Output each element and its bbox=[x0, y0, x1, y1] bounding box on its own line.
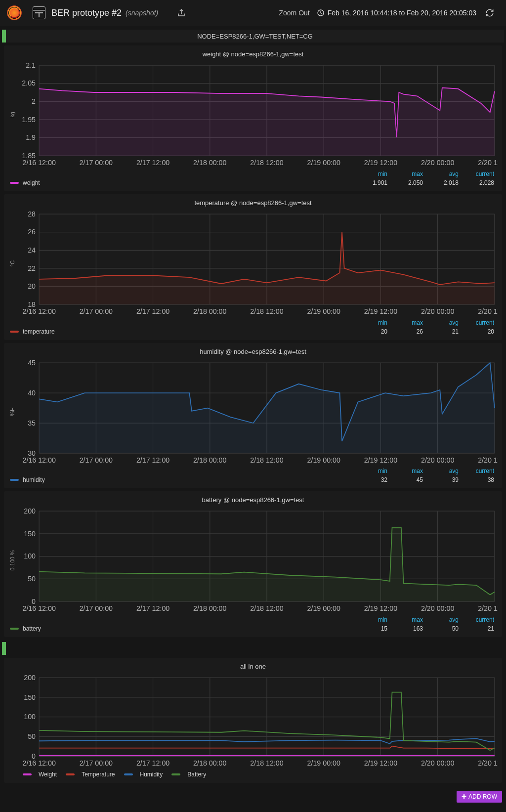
dashboard-icon[interactable] bbox=[33, 6, 45, 19]
row-header-2 bbox=[2, 642, 504, 655]
legend-swatch bbox=[10, 479, 19, 481]
legend-swatch bbox=[66, 773, 75, 775]
panel-title[interactable]: temperature @ node=esp8266-1,gw=test bbox=[8, 199, 498, 207]
stats-header: min max avg current bbox=[8, 319, 494, 326]
panel-title[interactable]: humidity @ node=esp8266-1,gw=test bbox=[8, 348, 498, 355]
chart-svg[interactable]: 1820222426282/16 12:002/17 00:002/17 12:… bbox=[17, 211, 498, 316]
svg-text:2/20 12:00: 2/20 12:00 bbox=[478, 759, 498, 767]
svg-text:2/20 00:00: 2/20 00:00 bbox=[421, 456, 454, 464]
svg-text:200: 200 bbox=[24, 508, 36, 515]
chart-svg[interactable]: 0501001502002/16 12:002/17 00:002/17 12:… bbox=[17, 508, 498, 613]
svg-text:2/18 12:00: 2/18 12:00 bbox=[250, 759, 283, 767]
legend-values: 15 163 50 21 bbox=[364, 625, 494, 632]
svg-text:2/19 00:00: 2/19 00:00 bbox=[307, 759, 340, 767]
svg-text:2/20 00:00: 2/20 00:00 bbox=[421, 604, 454, 612]
svg-text:2/19 12:00: 2/19 12:00 bbox=[364, 307, 397, 315]
svg-text:2/16 12:00: 2/16 12:00 bbox=[22, 604, 55, 612]
svg-text:2/20 12:00: 2/20 12:00 bbox=[478, 307, 498, 315]
plus-icon: ✚ bbox=[462, 793, 466, 800]
svg-text:2/17 00:00: 2/17 00:00 bbox=[80, 159, 113, 167]
legend-row[interactable]: humidity 32 45 39 38 bbox=[8, 475, 498, 483]
svg-text:2/20 12:00: 2/20 12:00 bbox=[478, 456, 498, 464]
legend-swatch bbox=[10, 331, 19, 333]
legend-label: battery bbox=[23, 625, 41, 632]
svg-text:2/17 00:00: 2/17 00:00 bbox=[80, 604, 113, 612]
legend-item[interactable]: Weight bbox=[23, 771, 57, 778]
svg-text:2.1: 2.1 bbox=[26, 62, 36, 69]
chart-svg[interactable]: 303540452/16 12:002/17 00:002/17 12:002/… bbox=[17, 359, 498, 465]
svg-text:2: 2 bbox=[32, 97, 36, 105]
svg-text:2/19 12:00: 2/19 12:00 bbox=[364, 456, 397, 464]
svg-text:50: 50 bbox=[28, 575, 36, 583]
panel-weight: weight @ node=esp8266-1,gw=test kg 1.851… bbox=[4, 45, 502, 191]
row-header: NODE=ESP8266-1,GW=TEST,NET=CG bbox=[2, 30, 504, 43]
legend-item[interactable]: Battery bbox=[171, 771, 206, 778]
y-axis-label: °C bbox=[8, 211, 17, 316]
panel-title[interactable]: all in one bbox=[8, 663, 498, 670]
svg-text:2/17 12:00: 2/17 12:00 bbox=[136, 456, 169, 464]
svg-text:22: 22 bbox=[28, 264, 36, 272]
svg-text:28: 28 bbox=[28, 211, 36, 218]
legend-label: temperature bbox=[23, 328, 55, 335]
svg-text:2/19 12:00: 2/19 12:00 bbox=[364, 759, 397, 767]
legend-label: Temperature bbox=[82, 771, 115, 778]
svg-text:2/19 12:00: 2/19 12:00 bbox=[364, 159, 397, 167]
svg-text:2/17 12:00: 2/17 12:00 bbox=[136, 307, 169, 315]
row-title[interactable]: NODE=ESP8266-1,GW=TEST,NET=CG bbox=[6, 30, 504, 43]
zoom-out-button[interactable]: Zoom Out bbox=[279, 9, 310, 17]
y-axis-label: %H bbox=[8, 359, 17, 465]
stats-header: min max avg current bbox=[8, 616, 494, 623]
grafana-logo-icon[interactable] bbox=[7, 5, 22, 20]
row-handle[interactable] bbox=[2, 642, 6, 655]
y-axis-label: kg bbox=[8, 62, 17, 168]
time-picker[interactable]: Feb 16, 2016 10:44:18 to Feb 20, 2016 20… bbox=[317, 9, 476, 17]
svg-text:20: 20 bbox=[28, 282, 36, 290]
stats-header: min max avg current bbox=[8, 468, 494, 474]
svg-text:2/17 00:00: 2/17 00:00 bbox=[80, 759, 113, 767]
svg-text:100: 100 bbox=[24, 553, 36, 560]
svg-text:45: 45 bbox=[28, 359, 36, 367]
panel-title[interactable]: battery @ node=esp8266-1,gw=test bbox=[8, 496, 498, 504]
svg-text:2/16 12:00: 2/16 12:00 bbox=[22, 159, 55, 167]
svg-text:40: 40 bbox=[28, 388, 36, 396]
legend-swatch bbox=[171, 773, 180, 775]
panel-humidity: humidity @ node=esp8266-1,gw=test %H 303… bbox=[4, 343, 502, 489]
chart-svg[interactable]: 1.851.91.9522.052.12/16 12:002/17 00:002… bbox=[17, 62, 498, 168]
svg-text:26: 26 bbox=[28, 228, 36, 236]
svg-text:2/19 00:00: 2/19 00:00 bbox=[307, 307, 340, 315]
legend-row[interactable]: weight 1.901 2.050 2.018 2.028 bbox=[8, 178, 498, 186]
svg-text:2/17 00:00: 2/17 00:00 bbox=[80, 307, 113, 315]
svg-text:2/18 00:00: 2/18 00:00 bbox=[193, 456, 226, 464]
legend-label: Humidity bbox=[140, 771, 163, 778]
legend-label: Battery bbox=[187, 771, 206, 778]
legend-swatch bbox=[10, 182, 19, 184]
svg-text:2/17 00:00: 2/17 00:00 bbox=[80, 456, 113, 464]
row-handle[interactable] bbox=[2, 30, 6, 43]
legend-row[interactable]: temperature 20 26 21 20 bbox=[8, 327, 498, 335]
svg-text:2/17 12:00: 2/17 12:00 bbox=[136, 159, 169, 167]
legend-row[interactable]: battery 15 163 50 21 bbox=[8, 624, 498, 632]
y-axis-label: 0-100 % bbox=[8, 508, 17, 613]
svg-text:2/18 00:00: 2/18 00:00 bbox=[193, 307, 226, 315]
add-row-button[interactable]: ✚ ADD ROW bbox=[457, 791, 502, 803]
legend-item[interactable]: Humidity bbox=[124, 771, 163, 778]
share-icon[interactable] bbox=[177, 8, 186, 17]
chart-svg[interactable]: 0501001502002/16 12:002/17 00:002/17 12:… bbox=[17, 674, 498, 768]
svg-text:2/16 12:00: 2/16 12:00 bbox=[22, 456, 55, 464]
legend-swatch bbox=[23, 773, 32, 775]
svg-text:2/20 00:00: 2/20 00:00 bbox=[421, 759, 454, 767]
dashboard-title[interactable]: BER prototype #2 bbox=[51, 8, 122, 18]
svg-text:2/19 00:00: 2/19 00:00 bbox=[307, 456, 340, 464]
y-axis-label bbox=[8, 674, 17, 768]
svg-text:100: 100 bbox=[24, 713, 36, 721]
svg-text:2/18 00:00: 2/18 00:00 bbox=[193, 159, 226, 167]
svg-text:2/20 00:00: 2/20 00:00 bbox=[421, 159, 454, 167]
svg-text:1.95: 1.95 bbox=[22, 116, 36, 124]
svg-text:2/20 12:00: 2/20 12:00 bbox=[478, 159, 498, 167]
svg-text:2/19 00:00: 2/19 00:00 bbox=[307, 604, 340, 612]
panel-title[interactable]: weight @ node=esp8266-1,gw=test bbox=[8, 50, 498, 58]
legend-values: 1.901 2.050 2.018 2.028 bbox=[364, 179, 494, 186]
refresh-icon[interactable] bbox=[485, 8, 494, 17]
svg-text:2/18 12:00: 2/18 12:00 bbox=[250, 456, 283, 464]
legend-item[interactable]: Temperature bbox=[66, 771, 115, 778]
